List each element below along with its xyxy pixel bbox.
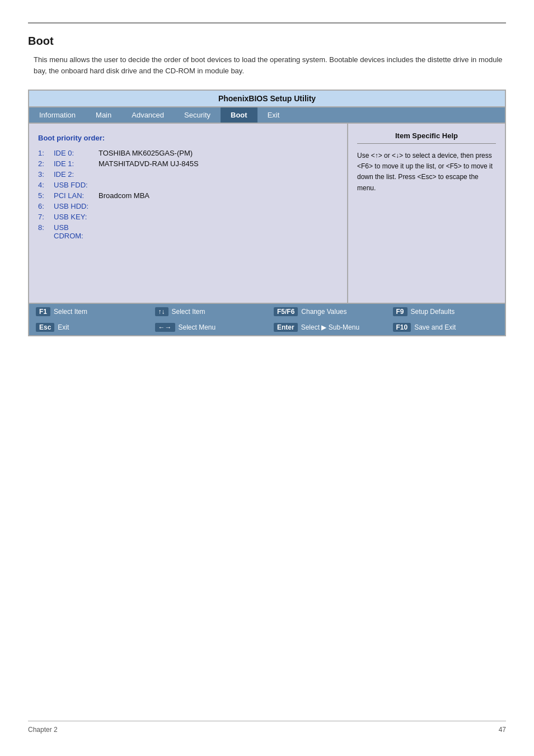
boot-item-1: 1: IDE 0: TOSHIBA MK6025GAS-(PM) (38, 149, 338, 157)
boot-value-2: MATSHITADVD-RAM UJ-845S (99, 159, 199, 168)
boot-label-1: IDE 0: (54, 149, 99, 157)
status-f10-label: Save and Exit (414, 323, 456, 331)
boot-num-7: 7: (38, 213, 54, 221)
footer-page: 47 (499, 726, 506, 734)
nav-item-main[interactable]: Main (86, 107, 121, 123)
nav-item-boot[interactable]: Boot (221, 107, 257, 123)
key-f10: F10 (393, 323, 411, 332)
bios-nav: Information Main Advanced Security Boot … (29, 107, 505, 124)
status-leftright: ←→ Select Menu (148, 322, 268, 333)
bios-right-panel: Item Specific Help Use <↑> or <↓> to sel… (348, 124, 505, 303)
status-line-2: Esc Exit ←→ Select Menu Enter Select ▶ S… (29, 320, 505, 335)
status-rows: F1 Select Item ↑↓ Select Item F5/F6 Chan… (29, 304, 505, 335)
help-title: Item Specific Help (357, 132, 496, 144)
boot-label-4: USB FDD: (54, 181, 99, 189)
key-f9: F9 (393, 307, 407, 316)
boot-label-7: USB KEY: (54, 213, 99, 221)
boot-value-5: Broadcom MBA (99, 191, 149, 200)
top-divider (28, 22, 506, 24)
boot-item-3: 3: IDE 2: (38, 170, 338, 179)
status-f9: F9 Setup Defaults (386, 306, 505, 317)
boot-label-3: IDE 2: (54, 170, 99, 179)
boot-num-8: 8: (38, 223, 54, 240)
boot-item-5: 5: PCI LAN: Broadcom MBA (38, 191, 338, 200)
boot-label-5: PCI LAN: (54, 191, 99, 200)
boot-num-4: 4: (38, 181, 54, 189)
status-f1-label: Select Item (54, 308, 87, 316)
bios-title-bar: PhoenixBIOS Setup Utility (29, 91, 505, 107)
boot-item-4: 4: USB FDD: (38, 181, 338, 189)
boot-label-2: IDE 1: (54, 159, 99, 168)
boot-num-6: 6: (38, 202, 54, 210)
nav-item-information[interactable]: Information (29, 107, 86, 123)
nav-item-exit[interactable]: Exit (257, 107, 290, 123)
page-footer: Chapter 2 47 (28, 721, 506, 734)
section-title: Boot priority order: (38, 134, 338, 142)
boot-value-1: TOSHIBA MK6025GAS-(PM) (99, 149, 193, 157)
bios-status-bar: F1 Select Item ↑↓ Select Item F5/F6 Chan… (29, 303, 505, 335)
boot-num-2: 2: (38, 159, 54, 168)
page-description: This menu allows the user to decide the … (28, 54, 506, 76)
status-f10: F10 Save and Exit (386, 322, 505, 333)
status-enter: Enter Select ▶ Sub-Menu (267, 322, 386, 333)
nav-item-security[interactable]: Security (174, 107, 221, 123)
page-title: Boot (28, 35, 506, 48)
boot-label-6: USB HDD: (54, 202, 99, 210)
boot-item-6: 6: USB HDD: (38, 202, 338, 210)
key-esc: Esc (36, 323, 54, 332)
boot-num-3: 3: (38, 170, 54, 179)
status-leftright-label: Select Menu (179, 323, 216, 331)
status-arrows-label: Select Item (172, 308, 205, 316)
status-f5f6-label: Change Values (301, 308, 346, 316)
key-f1: F1 (36, 307, 50, 316)
help-text: Use <↑> or <↓> to select a device, then … (357, 151, 496, 194)
bios-box: PhoenixBIOS Setup Utility Information Ma… (28, 90, 506, 336)
footer-chapter: Chapter 2 (28, 726, 58, 734)
boot-label-8: USB CDROM: (54, 223, 99, 240)
boot-num-1: 1: (38, 149, 54, 157)
status-f5f6: F5/F6 Change Values (267, 306, 386, 317)
boot-item-8: 8: USB CDROM: (38, 223, 338, 240)
status-line-1: F1 Select Item ↑↓ Select Item F5/F6 Chan… (29, 304, 505, 320)
boot-num-5: 5: (38, 191, 54, 200)
nav-item-advanced[interactable]: Advanced (121, 107, 174, 123)
boot-item-7: 7: USB KEY: (38, 213, 338, 221)
boot-item-2: 2: IDE 1: MATSHITADVD-RAM UJ-845S (38, 159, 338, 168)
key-leftright: ←→ (155, 323, 175, 332)
status-enter-label: Select ▶ Sub-Menu (301, 323, 359, 331)
page-container: Boot This menu allows the user to decide… (0, 0, 534, 370)
status-arrows: ↑↓ Select Item (148, 306, 268, 317)
status-esc-label: Exit (58, 323, 69, 331)
key-enter: Enter (274, 323, 298, 332)
status-f1: F1 Select Item (29, 306, 148, 317)
key-arrows: ↑↓ (155, 307, 168, 316)
key-f5f6: F5/F6 (274, 307, 298, 316)
status-esc: Esc Exit (29, 322, 148, 333)
status-f9-label: Setup Defaults (411, 308, 455, 316)
bios-left-panel: Boot priority order: 1: IDE 0: TOSHIBA M… (29, 124, 348, 303)
bios-content: Boot priority order: 1: IDE 0: TOSHIBA M… (29, 124, 505, 303)
